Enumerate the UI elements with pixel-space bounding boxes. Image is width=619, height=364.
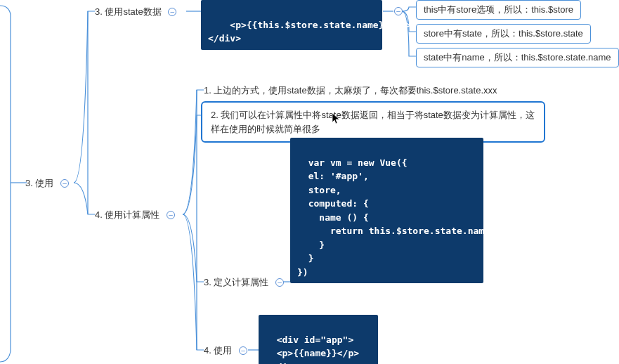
code-block-state-template: <p>{{this.$store.state.name}}</p> </div> <box>201 0 382 50</box>
note-state-name: state中有name，所以：this.$store.state.name <box>416 48 619 67</box>
node-use-computed-label: 4. 使用计算属性 <box>95 209 159 221</box>
toggle-icon[interactable]: – <box>60 179 69 188</box>
node-use-computed[interactable]: 4. 使用计算属性 – <box>95 209 175 221</box>
node-use-state-data[interactable]: 3. 使用state数据 – <box>95 6 176 18</box>
explanation-2-text: 2. 我们可以在计算属性中将state数据返回，相当于将state数据变为计算属… <box>211 110 535 134</box>
toggle-icon[interactable]: – <box>239 346 247 355</box>
explanation-1-text: 1. 上边的方式，使用state数据，太麻烦了，每次都要this.$store.… <box>204 84 497 97</box>
node-use-small-label: 4. 使用 <box>204 344 232 357</box>
note-store-state: store中有state，所以：this.$store.state <box>416 24 591 44</box>
node-define-computed[interactable]: 3. 定义计算属性 – <box>204 276 284 289</box>
note-text: state中有name，所以：this.$store.state.name <box>424 52 611 63</box>
code-state-text: <p>{{this.$store.state.name}}</p> </div> <box>208 20 412 44</box>
node-root-use[interactable]: 3. 使用 – <box>25 177 69 190</box>
node-define-computed-label: 3. 定义计算属性 <box>204 276 268 289</box>
node-use-small[interactable]: 4. 使用 – <box>204 344 247 357</box>
code-block-use-template: <div id="app"> <p>{{name}}</p> </div> <box>259 315 378 364</box>
note-text: this中有store选项，所以：this.$store <box>424 4 573 15</box>
toggle-icon[interactable]: – <box>168 8 176 16</box>
code-use-text: <div id="app"> <p>{{name}}</p> </div> <box>266 334 359 365</box>
explanation-1: 1. 上边的方式，使用state数据，太麻烦了，每次都要this.$store.… <box>204 84 497 97</box>
note-this-store: this中有store选项，所以：this.$store <box>416 0 581 20</box>
explanation-2-selected[interactable]: 2. 我们可以在计算属性中将state数据返回，相当于将state数据变为计算属… <box>201 101 545 143</box>
node-use-state-label: 3. 使用state数据 <box>95 6 162 18</box>
note-text: store中有state，所以：this.$store.state <box>424 28 583 39</box>
toggle-icon[interactable]: – <box>167 211 175 219</box>
toggle-icon[interactable]: – <box>394 7 403 15</box>
node-root-label: 3. 使用 <box>25 177 53 190</box>
toggle-icon[interactable]: – <box>275 278 284 287</box>
code-computed-text: var vm = new Vue({ el: '#app', store, co… <box>297 157 490 278</box>
code-block-computed-definition: var vm = new Vue({ el: '#app', store, co… <box>290 138 483 283</box>
